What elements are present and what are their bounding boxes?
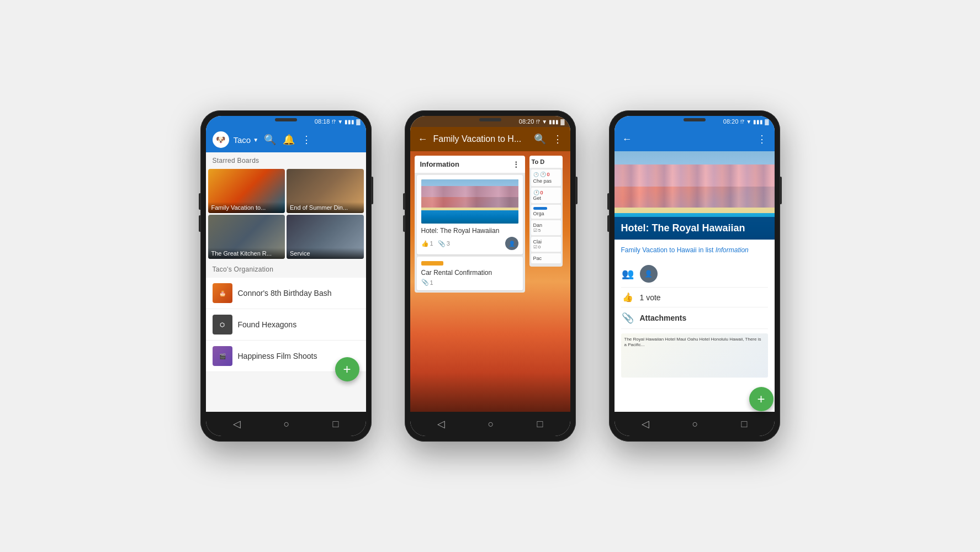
org-name-connor: Connor's 8th Birthday Bash [238, 289, 332, 298]
todo-item-dan[interactable]: Dan ☑ 5 [531, 220, 561, 235]
todo-item-pac[interactable]: Pac [531, 253, 561, 263]
app-bar-1: 🐶 Taco ▼ 🔍 🔔 ⋮ [206, 127, 366, 152]
subtitle-board: Family Vacation to Hawaii [621, 246, 697, 254]
more-options-icon-3[interactable]: ⋮ [756, 132, 768, 146]
card-hotel-meta: 👍 1 📎 3 👤 [421, 237, 518, 250]
signal-icon: ▮▮▮ [345, 119, 354, 125]
column-menu-icon[interactable]: ⋮ [512, 160, 520, 168]
battery-icon: ▓ [356, 119, 360, 125]
todo-item-orga[interactable]: Orga [531, 205, 561, 219]
vote-count: 1 vote [640, 293, 661, 302]
volume-up-button[interactable] [199, 193, 200, 210]
back-nav-button-2[interactable]: ◁ [437, 418, 445, 430]
votes-row: 👍 1 vote [621, 288, 768, 307]
notifications-icon[interactable]: 🔔 [282, 132, 296, 147]
back-icon-3[interactable]: ← [621, 132, 633, 146]
todo-color-bar [533, 207, 547, 210]
members-list: 👤 [640, 265, 658, 283]
todo-text-orga: Orga [533, 211, 544, 216]
column-todo-title: To D [532, 158, 545, 165]
home-nav-button-3[interactable]: ○ [692, 418, 698, 430]
username-label: Taco [234, 135, 251, 145]
board-thumb-label-vacation: Family Vacation to... [208, 202, 285, 213]
status-bar-2: 08:20 ⁉ ▼ ▮▮▮ ▓ [410, 116, 570, 127]
status-bar-1: 08:18 ⁉ ▼ ▮▮▮ ▓ [206, 116, 366, 127]
phone3-power-button[interactable] [780, 177, 782, 204]
paperclip-icon: 📎 [438, 240, 446, 247]
todo-item-clai[interactable]: Clai ☑ 0 [531, 237, 561, 252]
todo-text-get: Get [533, 195, 542, 201]
column-header-information: Information ⋮ [415, 156, 525, 173]
more-options-icon-2[interactable]: ⋮ [552, 132, 564, 146]
attachment-thumb-image: The Royal Hawaiian Hotel Maui Oahu Hotel… [621, 333, 768, 378]
card-hotel-likes: 👍 1 [421, 240, 433, 247]
todo-item-get[interactable]: 🕐 0 Get [531, 188, 561, 203]
board-thumb-summer[interactable]: End of Summer Din... [287, 169, 364, 213]
subtitle-list: Information [716, 246, 749, 254]
power-button[interactable] [372, 177, 373, 204]
volume-down-button[interactable] [199, 215, 200, 232]
search-icon-2[interactable]: 🔍 [533, 132, 547, 146]
phone2-wifi-icon: ▼ [542, 119, 547, 125]
board-thumb-kitchen[interactable]: The Great Kitchen R... [208, 215, 285, 259]
phone2-signal-icon: ▮▮▮ [549, 119, 559, 125]
back-nav-button-3[interactable]: ◁ [642, 418, 649, 430]
hero-resort-buildings [615, 164, 775, 209]
phone3-volume-down-button[interactable] [607, 215, 609, 232]
phone3-battery-icon: ▓ [765, 119, 769, 125]
phone2-battery-icon: ▓ [560, 119, 564, 125]
app-bar-3: ← ⋮ [615, 127, 775, 151]
phone3-signal-icon: ▮▮▮ [753, 119, 763, 125]
attachment-thumbnail[interactable]: The Royal Hawaiian Hotel Maui Oahu Hotel… [621, 333, 768, 378]
org-item-connor[interactable]: 🎂 Connor's 8th Birthday Bash [206, 278, 366, 309]
board-thumb-label-summer: End of Summer Din... [287, 202, 364, 213]
home-nav-button-2[interactable]: ○ [488, 418, 494, 430]
more-options-icon[interactable]: ⋮ [300, 132, 312, 147]
back-icon-2[interactable]: ← [417, 132, 429, 146]
phone3-content: Hotel: The Royal Hawaiian Family Vacatio… [615, 151, 775, 412]
board-thumb-service[interactable]: Service [287, 215, 364, 259]
phone2-volume-down-button[interactable] [403, 215, 405, 232]
member-avatar-1: 👤 [640, 265, 658, 283]
card-hero-image: Hotel: The Royal Hawaiian [615, 151, 775, 240]
todo-badge-get: 🕐 0 [533, 190, 559, 195]
org-item-hexagons[interactable]: ⬡ Found Hexagons [206, 309, 366, 341]
attachments-row: 📎 Attachments [621, 307, 768, 329]
resort-visual [421, 179, 518, 224]
card-hotel-title: Hotel: The Royal Hawaiian [421, 227, 518, 235]
phone3-volume-up-button[interactable] [607, 193, 609, 210]
card-rental-title: Car Rental Confirmation [421, 269, 518, 277]
home-nav-button[interactable]: ○ [284, 418, 290, 430]
rental-label-tag [421, 261, 443, 266]
app-bar-2: ← Family Vacation to H... 🔍 ⋮ [410, 127, 570, 151]
fab-add-button[interactable]: + [335, 357, 359, 381]
column-todo-body: 🕐 0 Che pas 🕐 0 Get [529, 168, 563, 267]
phone2-power-button[interactable] [576, 177, 578, 204]
card-rental-attachments: 📎 1 [421, 279, 433, 286]
card-hotel[interactable]: Hotel: The Royal Hawaiian 👍 1 📎 3 [417, 175, 523, 254]
status-icons-2: ⁉ ▼ ▮▮▮ ▓ [536, 119, 564, 125]
phone2-content: Information ⋮ [410, 151, 570, 412]
column-body-information: Hotel: The Royal Hawaiian 👍 1 📎 3 [415, 173, 525, 293]
board-thumb-label-service: Service [287, 248, 364, 259]
resort-buildings [421, 186, 518, 208]
recents-nav-button-2[interactable]: □ [537, 418, 543, 430]
todo-text-che: Che pas [533, 178, 552, 184]
members-row: 👥 👤 [621, 261, 768, 288]
recents-nav-button[interactable]: □ [333, 418, 339, 430]
phone2-volume-up-button[interactable] [403, 193, 405, 210]
resort-water [421, 210, 518, 224]
column-todo-header: To D [529, 156, 563, 168]
card-rental[interactable]: Car Rental Confirmation 📎 1 [417, 257, 523, 290]
recents-nav-button-3[interactable]: □ [741, 418, 748, 430]
phone-3: 08:20 ⁉ ▼ ▮▮▮ ▓ ← ⋮ [609, 110, 780, 442]
user-dropdown[interactable]: Taco ▼ [234, 135, 259, 145]
back-nav-button[interactable]: ◁ [233, 418, 241, 430]
column-information: Information ⋮ [415, 156, 525, 407]
likes-count: 1 [430, 240, 433, 247]
fab-add-button-3[interactable]: + [749, 387, 774, 411]
clock-icon-2: 🕐 [533, 190, 539, 195]
todo-item-che[interactable]: 🕐 0 Che pas [531, 169, 561, 186]
search-icon[interactable]: 🔍 [263, 132, 277, 147]
board-thumb-vacation[interactable]: Family Vacation to... [208, 169, 285, 213]
